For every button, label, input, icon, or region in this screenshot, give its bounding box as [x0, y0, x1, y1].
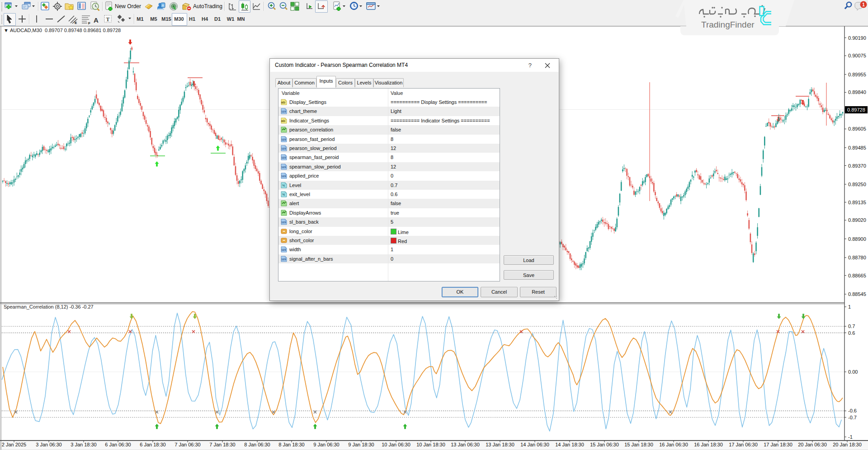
svg-text:ab: ab	[281, 119, 285, 123]
svg-text:F: F	[88, 21, 90, 25]
svg-text:-0.7: -0.7	[848, 415, 857, 420]
svg-text:17 Jan 06:30: 17 Jan 06:30	[729, 442, 758, 447]
svg-text:½: ½	[282, 183, 285, 188]
svg-text:3 Jan 18:30: 3 Jan 18:30	[71, 442, 97, 447]
svg-text:0.7: 0.7	[848, 323, 855, 329]
svg-text:10 Jan 06:30: 10 Jan 06:30	[382, 442, 410, 447]
svg-text:9 Jan 18:30: 9 Jan 18:30	[348, 442, 374, 447]
svg-text:123: 123	[281, 138, 286, 141]
svg-text:½: ½	[282, 192, 285, 197]
svg-text:0.89605: 0.89605	[848, 126, 866, 131]
svg-text:15 Jan 06:30: 15 Jan 06:30	[590, 442, 619, 447]
svg-text:0.89840: 0.89840	[848, 89, 866, 95]
svg-text:0.89250: 0.89250	[848, 182, 866, 187]
svg-text:8 Jan 06:30: 8 Jan 06:30	[244, 442, 270, 447]
svg-text:T: T	[106, 16, 109, 23]
svg-text:-0.6: -0.6	[848, 408, 857, 413]
svg-text:123: 123	[281, 248, 286, 251]
svg-text:0.89020: 0.89020	[848, 217, 866, 223]
svg-text:123: 123	[281, 220, 286, 224]
svg-text:123: 123	[281, 174, 286, 178]
svg-text:13 Jan 06:30: 13 Jan 06:30	[451, 442, 480, 447]
svg-text:20 Jan 18:30: 20 Jan 18:30	[833, 442, 862, 447]
svg-text:0.88900: 0.88900	[848, 236, 866, 242]
svg-text:R: R	[162, 4, 165, 8]
svg-text:-1: -1	[848, 434, 853, 440]
svg-text:7 Jan 18:30: 7 Jan 18:30	[209, 442, 236, 447]
svg-text:14 Jan 06:30: 14 Jan 06:30	[520, 442, 549, 447]
svg-text:0.90075: 0.90075	[848, 53, 866, 58]
svg-text:E: E	[75, 21, 77, 25]
svg-text:0.89370: 0.89370	[848, 163, 866, 169]
svg-text:0.00: 0.00	[848, 369, 858, 375]
svg-text:123: 123	[281, 147, 286, 150]
svg-text:14 Jan 18:30: 14 Jan 18:30	[555, 442, 584, 447]
svg-text:AUDCAD,M30 0.89707 0.89748 0.: AUDCAD,M30 0.89707 0.89748 0.89681 0.897…	[10, 28, 121, 33]
svg-text:0.89485: 0.89485	[848, 145, 866, 150]
svg-text:TradingFinder: TradingFinder	[701, 20, 755, 29]
svg-text:Spearman_Correlation (8,12) -0: Spearman_Correlation (8,12) -0.36 -0.27	[4, 304, 94, 309]
svg-text:16 Jan 18:30: 16 Jan 18:30	[694, 442, 723, 447]
svg-text:7 Jan 06:30: 7 Jan 06:30	[175, 442, 201, 447]
svg-text:2 Jan 2025: 2 Jan 2025	[2, 442, 26, 447]
svg-text:3 Jan 06:30: 3 Jan 06:30	[36, 442, 62, 447]
svg-text:15 Jan 18:30: 15 Jan 18:30	[624, 442, 653, 447]
svg-text:123: 123	[281, 258, 286, 261]
svg-text:0.88665: 0.88665	[848, 273, 866, 278]
svg-text:0.88545: 0.88545	[848, 291, 866, 297]
svg-text:123: 123	[281, 110, 286, 113]
svg-text:0.89728: 0.89728	[847, 107, 865, 112]
svg-text:9 Jan 06:30: 9 Jan 06:30	[313, 442, 340, 447]
svg-text:10 Jan 18:30: 10 Jan 18:30	[416, 442, 445, 447]
svg-text:8 Jan 18:30: 8 Jan 18:30	[278, 442, 305, 447]
svg-text:▼: ▼	[4, 28, 9, 33]
svg-text:1: 1	[848, 304, 851, 309]
svg-text:0.88780: 0.88780	[848, 255, 866, 260]
svg-text:20 Jan 06:30: 20 Jan 06:30	[798, 442, 827, 447]
svg-text:16 Jan 06:30: 16 Jan 06:30	[659, 442, 688, 447]
svg-text:0.6: 0.6	[848, 330, 855, 336]
svg-text:0.89135: 0.89135	[848, 200, 866, 205]
svg-text:123: 123	[281, 156, 286, 159]
svg-text:6 Jan 06:30: 6 Jan 06:30	[105, 442, 131, 447]
svg-text:13 Jan 18:30: 13 Jan 18:30	[486, 442, 514, 447]
svg-text:ab: ab	[281, 100, 285, 104]
svg-text:0.89955: 0.89955	[848, 72, 866, 77]
svg-text:17 Jan 18:30: 17 Jan 18:30	[764, 442, 793, 447]
svg-text:123: 123	[281, 165, 286, 169]
svg-text:6 Jan 18:30: 6 Jan 18:30	[140, 442, 166, 447]
